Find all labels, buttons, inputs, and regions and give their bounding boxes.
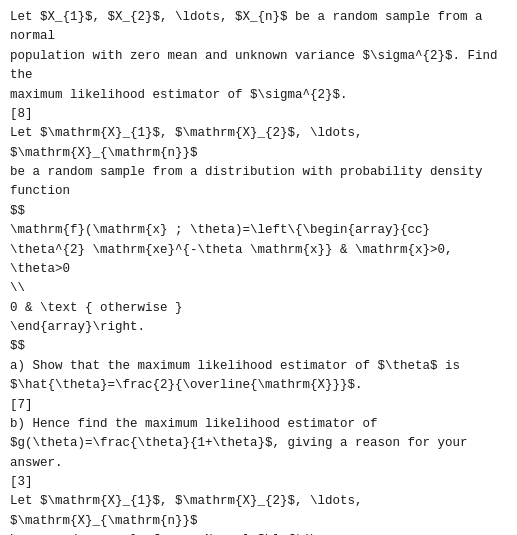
text-line: [3] [10, 473, 507, 492]
text-line: \theta^{2} \mathrm{xe}^{-\theta \mathrm{… [10, 241, 507, 280]
text-line: $\hat{\theta}=\frac{2}{\overline{\mathrm… [10, 376, 507, 395]
text-line: [7] [10, 396, 507, 415]
text-line: Let $X_{1}$, $X_{2}$, \ldots, $X_{n}$ be… [10, 8, 507, 47]
text-line: function [10, 182, 507, 201]
text-line: maximum likelihood estimator of $\sigma^… [10, 86, 507, 105]
text-line: Let $\mathrm{X}_{1}$, $\mathrm{X}_{2}$, … [10, 492, 507, 531]
text-line: Let $\mathrm{X}_{1}$, $\mathrm{X}_{2}$, … [10, 124, 507, 163]
text-line: a) Show that the maximum likelihood esti… [10, 357, 507, 376]
text-line: \\ [10, 279, 507, 298]
text-line: $$ [10, 202, 507, 221]
main-content: Let $X_{1}$, $X_{2}$, \ldots, $X_{n}$ be… [10, 8, 507, 535]
text-line: \end{array}\right. [10, 318, 507, 337]
text-line: $$ [10, 337, 507, 356]
text-line: be a random sample from a Normal $\left(… [10, 531, 507, 535]
text-line: [8] [10, 105, 507, 124]
text-line: be a random sample from a distribution w… [10, 163, 507, 182]
text-line: \mathrm{f}(\mathrm{x} ; \theta)=\left\{\… [10, 221, 507, 240]
text-line: $g(\theta)=\frac{\theta}{1+\theta}$, giv… [10, 434, 507, 473]
text-line: b) Hence find the maximum likelihood est… [10, 415, 507, 434]
text-line: 0 & \text { otherwise } [10, 299, 507, 318]
text-line: population with zero mean and unknown va… [10, 47, 507, 86]
